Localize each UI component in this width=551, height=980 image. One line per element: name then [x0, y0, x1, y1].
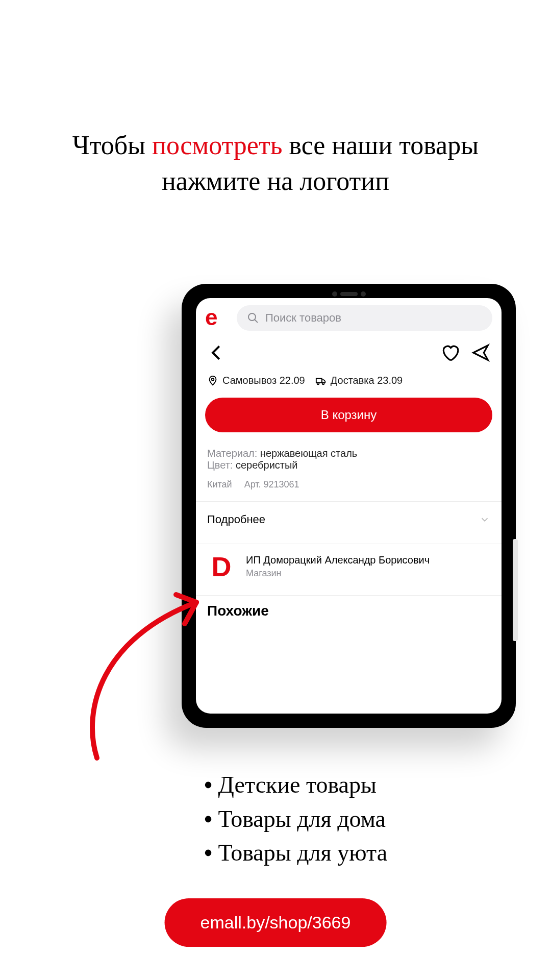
- color-key: Цвет:: [207, 459, 233, 471]
- share-icon[interactable]: [471, 343, 490, 362]
- search-icon: [247, 312, 259, 324]
- seller-logo: D: [207, 552, 236, 581]
- svg-point-4: [317, 382, 319, 384]
- details-label: Подробнее: [207, 513, 265, 526]
- seller-name: ИП Доморацкий Александр Борисович: [246, 554, 430, 566]
- product-specs: Материал: нержавеющая сталь Цвет: серебр…: [196, 443, 502, 495]
- tablet-notch: [329, 291, 369, 297]
- app-screen: e Поиск товаров Самовывоз 22.09 Доставка…: [196, 298, 502, 714]
- promo-heading: Чтобы посмотреть все наши товары нажмите…: [0, 128, 551, 199]
- shipping-info: Доставка 23.09: [315, 375, 403, 386]
- add-to-cart-button[interactable]: В корзину: [205, 398, 492, 432]
- seller-row[interactable]: D ИП Доморацкий Александр Борисович Мага…: [196, 544, 502, 589]
- emall-logo[interactable]: e: [205, 306, 229, 330]
- back-icon[interactable]: [207, 343, 227, 362]
- svg-rect-3: [316, 378, 322, 382]
- heading-part3: нажмите на логотип: [162, 166, 389, 195]
- search-placeholder: Поиск товаров: [265, 311, 341, 325]
- bullet-item: Товары для уюта: [204, 836, 387, 870]
- country-text: Китай: [207, 479, 232, 490]
- similar-heading: Похожие: [196, 596, 502, 626]
- color-value: серебристый: [233, 459, 297, 471]
- svg-line-1: [255, 320, 258, 323]
- article-text: Арт. 9213061: [244, 479, 299, 490]
- bullet-item: Детские товары: [204, 768, 387, 802]
- svg-point-2: [212, 378, 214, 380]
- truck-icon: [315, 375, 327, 386]
- delivery-row: Самовывоз 22.09 Доставка 23.09: [196, 365, 502, 394]
- svg-point-5: [322, 382, 324, 384]
- seller-type: Магазин: [246, 568, 430, 579]
- details-row[interactable]: Подробнее: [196, 502, 502, 537]
- heart-icon[interactable]: [440, 343, 460, 362]
- material-value: нержавеющая сталь: [257, 448, 357, 459]
- tablet-side-button: [513, 539, 518, 641]
- chevron-down-icon: [479, 514, 490, 525]
- shop-url-button[interactable]: emall.by/shop/3669: [165, 898, 387, 947]
- heading-highlight: посмотреть: [152, 131, 282, 160]
- pickup-text: Самовывоз 22.09: [222, 375, 305, 386]
- heading-part2: все наши товары: [282, 131, 479, 160]
- pickup-info: Самовывоз 22.09: [207, 375, 305, 386]
- nav-row: [196, 338, 502, 365]
- bullet-item: Товары для дома: [204, 802, 387, 837]
- app-topbar: e Поиск товаров: [196, 298, 502, 338]
- svg-point-0: [248, 313, 256, 321]
- shipping-text: Доставка 23.09: [331, 375, 403, 386]
- bullet-list: Детские товары Товары для дома Товары дл…: [204, 768, 387, 870]
- search-input[interactable]: Поиск товаров: [237, 305, 492, 331]
- pin-icon: [207, 375, 218, 386]
- material-key: Материал:: [207, 448, 257, 459]
- heading-part1: Чтобы: [72, 131, 152, 160]
- tablet-frame: e Поиск товаров Самовывоз 22.09 Доставка…: [182, 284, 516, 728]
